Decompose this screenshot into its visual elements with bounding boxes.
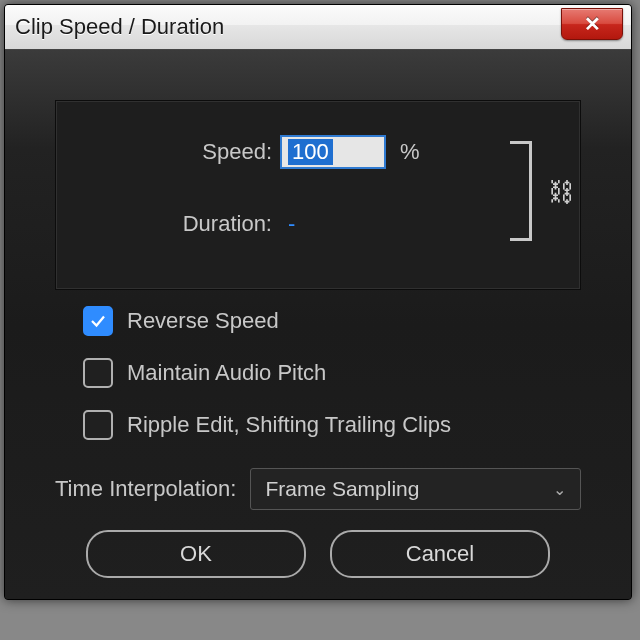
ripple-edit-checkbox[interactable]: Ripple Edit, Shifting Trailing Clips [83, 410, 581, 440]
checkbox-box [83, 306, 113, 336]
chevron-down-icon: ⌄ [553, 480, 566, 499]
maintain-pitch-checkbox[interactable]: Maintain Audio Pitch [83, 358, 581, 388]
duration-value[interactable]: - [280, 211, 295, 237]
time-interpolation-value: Frame Sampling [265, 477, 419, 501]
speed-label: Speed: [56, 139, 280, 165]
titlebar: Clip Speed / Duration ✕ [5, 5, 631, 50]
duration-label: Duration: [56, 211, 280, 237]
checkbox-box [83, 410, 113, 440]
checkbox-group: Reverse Speed Maintain Audio Pitch Rippl… [83, 306, 581, 462]
time-interpolation-dropdown[interactable]: Frame Sampling ⌄ [250, 468, 581, 510]
speed-value: 100 [288, 139, 333, 165]
speed-duration-panel: Speed: 100 % Duration: - ⛓ [55, 100, 581, 290]
close-icon: ✕ [584, 14, 601, 34]
close-button[interactable]: ✕ [561, 8, 623, 40]
speed-input[interactable]: 100 [280, 135, 386, 169]
button-row: OK Cancel [5, 530, 631, 578]
reverse-speed-checkbox[interactable]: Reverse Speed [83, 306, 581, 336]
dialog-body: Speed: 100 % Duration: - ⛓ [5, 49, 631, 599]
checkbox-box [83, 358, 113, 388]
dialog-window: Clip Speed / Duration ✕ Speed: 100 % Dur… [4, 4, 632, 600]
ok-button[interactable]: OK [86, 530, 306, 578]
link-icon[interactable]: ⛓ [548, 179, 574, 205]
speed-row: Speed: 100 % [56, 135, 580, 169]
reverse-speed-label: Reverse Speed [127, 308, 279, 334]
window-title: Clip Speed / Duration [15, 14, 224, 40]
time-interpolation-row: Time Interpolation: Frame Sampling ⌄ [55, 468, 581, 510]
cancel-button[interactable]: Cancel [330, 530, 550, 578]
checkmark-icon [89, 312, 107, 330]
speed-unit: % [400, 139, 420, 165]
duration-row: Duration: - [56, 211, 580, 237]
link-bracket [510, 141, 538, 241]
maintain-pitch-label: Maintain Audio Pitch [127, 360, 326, 386]
time-interpolation-label: Time Interpolation: [55, 476, 236, 502]
ripple-edit-label: Ripple Edit, Shifting Trailing Clips [127, 412, 451, 438]
